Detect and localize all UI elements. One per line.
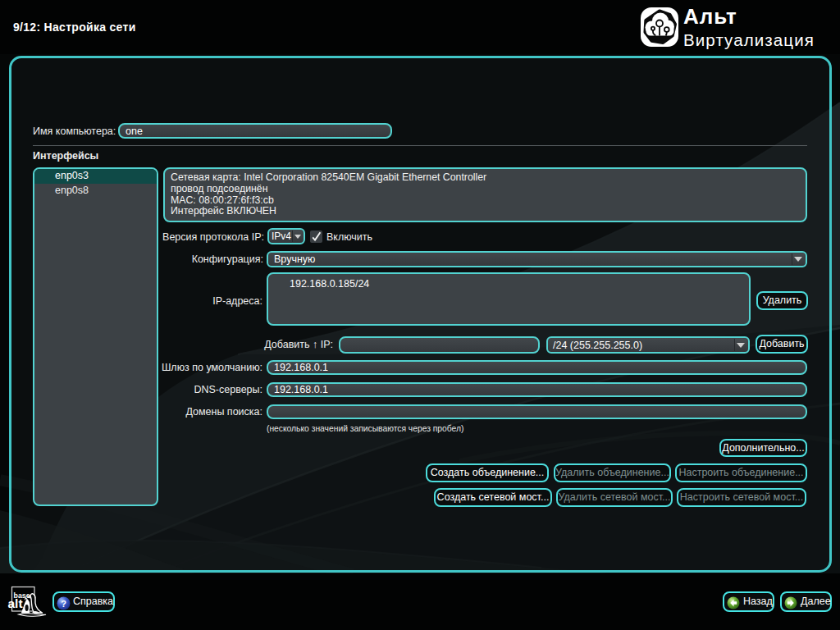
svg-text:?: ? [61, 598, 66, 608]
svg-text:alt: alt [8, 596, 23, 610]
